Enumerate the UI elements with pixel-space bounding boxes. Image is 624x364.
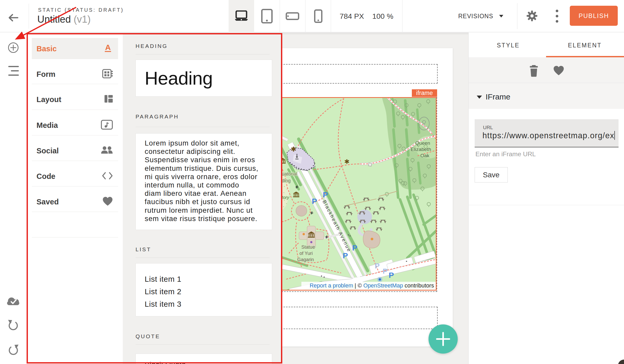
svg-text:A: A	[105, 43, 111, 52]
